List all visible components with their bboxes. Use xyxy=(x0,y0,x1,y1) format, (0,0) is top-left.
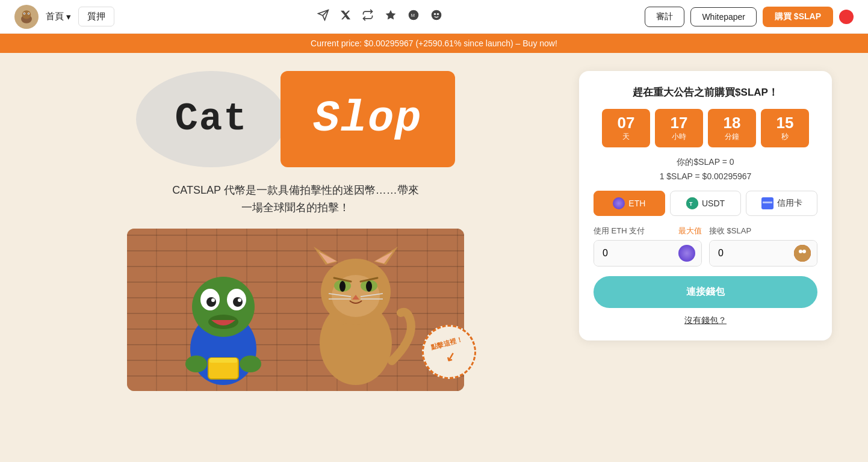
svg-point-22 xyxy=(238,298,241,302)
countdown-minutes: 18 分鐘 xyxy=(708,109,756,147)
svg-point-12 xyxy=(431,10,441,20)
hero-image xyxy=(127,229,464,391)
panel-title: 趕在重大公告之前購買$SLAP！ xyxy=(594,85,817,99)
usdt-tab-icon: T xyxy=(686,197,698,209)
svg-point-2 xyxy=(22,10,31,19)
pay-tab-usdt[interactable]: T USDT xyxy=(670,191,742,216)
eth-input-label-row: 使用 ETH 支付 最大值 xyxy=(594,226,702,236)
coinmarketcap-icon[interactable]: M xyxy=(408,9,420,24)
countdown-timer: 07 天 17 小時 18 分鐘 15 秒 xyxy=(594,109,817,147)
pay-tab-card[interactable]: 信用卡 xyxy=(746,191,817,216)
slap-rate-info: 1 $SLAP = $0.00295967 xyxy=(594,171,817,181)
audit-button[interactable]: 審計 xyxy=(645,7,684,27)
svg-point-25 xyxy=(240,356,261,372)
cat-figure xyxy=(296,241,416,391)
svg-point-53 xyxy=(802,250,806,253)
eth-tab-icon xyxy=(613,197,625,209)
max-link[interactable]: 最大值 xyxy=(678,226,702,236)
slap-input-label-row: 接收 $SLAP xyxy=(709,226,817,236)
telegram-icon[interactable] xyxy=(317,9,329,24)
eth-input-label: 使用 ETH 支付 xyxy=(594,226,645,236)
x-twitter-icon[interactable] xyxy=(340,10,351,23)
svg-point-24 xyxy=(185,356,207,372)
svg-point-5 xyxy=(24,13,25,14)
input-row: 使用 ETH 支付 最大值 接收 $SLAP xyxy=(594,226,817,266)
nav-home-link[interactable]: 首頁 ▾ xyxy=(46,11,71,22)
svg-point-19 xyxy=(206,297,216,307)
cat-logo-bg: Cat xyxy=(136,71,287,167)
purchase-panel: 趕在重大公告之前購買$SLAP！ 07 天 17 小時 18 分鐘 15 秒 你… xyxy=(579,71,832,340)
nav-pledge-link[interactable]: 質押 xyxy=(78,7,114,26)
slap-input-wrap xyxy=(709,240,817,266)
svg-point-38 xyxy=(339,281,346,292)
svg-point-39 xyxy=(366,281,372,292)
svg-point-51 xyxy=(794,245,811,262)
countdown-seconds: 15 秒 xyxy=(761,109,809,147)
eth-input-group: 使用 ETH 支付 最大值 xyxy=(594,226,702,266)
slap-text: Slop xyxy=(314,94,423,144)
hero-image-wrapper: 點擊這裡！ ↙ xyxy=(127,229,464,391)
svg-point-6 xyxy=(28,13,29,14)
payment-tabs: ETH T USDT 信用卡 xyxy=(594,191,817,216)
language-flag[interactable] xyxy=(839,10,854,24)
navbar: 首頁 ▾ 質押 M 審計 Whitepaper 購買 $SLAP xyxy=(0,0,868,34)
badge-arrow: ↙ xyxy=(444,348,457,364)
logo[interactable] xyxy=(14,5,39,29)
left-column: Cat Slop CATSLAP 代幣是一款具備拍擊性的迷因幣……帶來 一場全球… xyxy=(36,71,555,391)
buy-button[interactable]: 購買 $SLAP xyxy=(763,7,833,27)
svg-marker-9 xyxy=(385,10,395,20)
whitepaper-button[interactable]: Whitepaper xyxy=(690,7,757,26)
slap-coin-badge xyxy=(794,245,811,262)
nav-center-icons: M xyxy=(317,9,442,24)
cat-text: Cat xyxy=(175,97,247,141)
eth-coin-badge xyxy=(678,245,695,262)
coingecko-icon[interactable] xyxy=(430,9,442,24)
slap-logo-bg: Slop xyxy=(281,71,455,167)
svg-text:M: M xyxy=(411,13,415,18)
nav-right: 審計 Whitepaper 購買 $SLAP xyxy=(645,7,854,27)
svg-rect-27 xyxy=(209,358,237,363)
svg-point-20 xyxy=(233,297,243,307)
pay-tab-eth[interactable]: ETH xyxy=(594,191,665,216)
slap-input-group: 接收 $SLAP xyxy=(709,226,817,266)
svg-point-21 xyxy=(211,298,215,302)
card-tab-icon xyxy=(761,197,773,209)
svg-point-14 xyxy=(437,13,439,15)
countdown-days: 07 天 xyxy=(602,109,650,147)
badge-text: 點擊這裡！ ↙ xyxy=(430,335,468,369)
swap-icon[interactable] xyxy=(362,9,374,24)
nav-left: 首頁 ▾ 質押 xyxy=(14,5,114,29)
no-wallet-link[interactable]: 沒有錢包？ xyxy=(594,315,817,326)
connect-wallet-button[interactable]: 連接錢包 xyxy=(594,276,817,308)
badge-icon[interactable] xyxy=(385,9,397,24)
slap-balance-info: 你的$SLAP = 0 xyxy=(594,157,817,168)
pepe-figure xyxy=(175,253,271,385)
countdown-hours: 17 小時 xyxy=(655,109,703,147)
svg-point-52 xyxy=(799,250,802,253)
eth-input-wrap xyxy=(594,240,702,266)
main-content: Cat Slop CATSLAP 代幣是一款具備拍擊性的迷因幣……帶來 一場全球… xyxy=(0,53,868,409)
logo-block: Cat Slop xyxy=(136,71,455,167)
ticker-banner[interactable]: Current price: $0.00295967 (+2590.61% si… xyxy=(0,34,868,53)
svg-rect-50 xyxy=(763,202,772,203)
svg-text:T: T xyxy=(689,201,693,207)
tagline: CATSLAP 代幣是一款具備拍擊性的迷因幣……帶來 一場全球聞名的拍擊！ xyxy=(172,182,418,217)
svg-point-13 xyxy=(434,13,436,15)
dropdown-icon: ▾ xyxy=(66,11,71,22)
slap-input-label: 接收 $SLAP xyxy=(709,226,751,236)
